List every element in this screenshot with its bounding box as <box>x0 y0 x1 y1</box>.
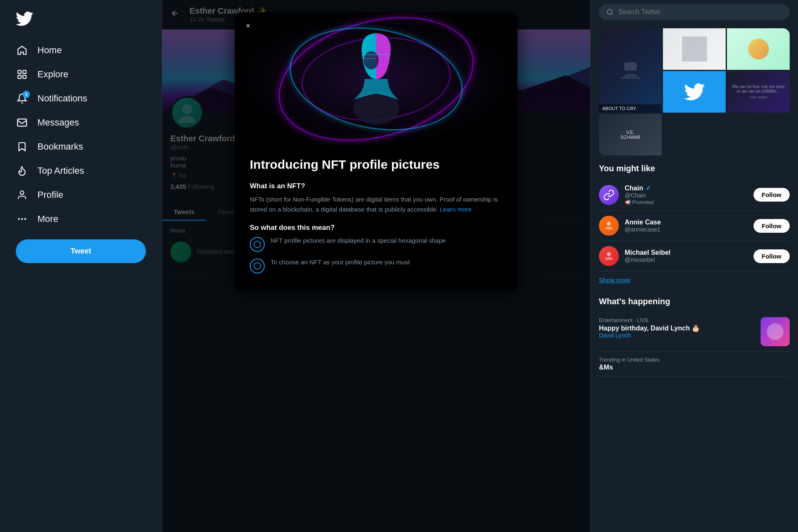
svg-rect-3 <box>23 75 26 79</box>
suggestion-annie-handle: @anniecase1 <box>625 226 748 233</box>
twitter-logo[interactable] <box>8 4 153 35</box>
sidebar-item-more[interactable]: More <box>8 207 153 231</box>
media-grid: ABOUT TO CRY We can let fear rule our li… <box>599 28 790 155</box>
whats-happening-section: What's happening Entertainment · LIVE Ha… <box>599 297 790 377</box>
follow-annie-button[interactable]: Follow <box>754 219 790 233</box>
close-modal-button[interactable]: × <box>241 18 256 33</box>
search-input[interactable] <box>618 8 782 16</box>
sidebar-item-explore[interactable]: Explore <box>8 62 153 86</box>
suggestion-annie: Annie Case @anniecase1 Follow <box>599 211 790 241</box>
suggestion-michael-avatar <box>599 246 619 266</box>
whats-happening-title: What's happening <box>599 297 790 306</box>
sidebar-item-profile[interactable]: Profile <box>8 183 153 207</box>
happening-item-2-info: Trending in United States &Ms <box>599 357 660 371</box>
show-more-link[interactable]: Show more <box>599 271 790 288</box>
sidebar-item-notifications[interactable]: 1 Notifications <box>8 86 153 111</box>
media-cell-3[interactable] <box>727 28 790 70</box>
suggestion-michael: Michael Seibel @mwseibel Follow <box>599 241 790 271</box>
modal-overlay[interactable]: × <box>162 0 590 532</box>
suggestion-annie-name: Annie Case <box>625 219 748 226</box>
follow-chain-button[interactable]: Follow <box>754 188 790 202</box>
svg-rect-2 <box>18 75 21 79</box>
explore-icon <box>16 68 28 81</box>
explore-label: Explore <box>37 69 69 80</box>
profile-label: Profile <box>37 190 63 200</box>
happening-meta-1: Entertainment · LIVE <box>599 317 700 323</box>
media-cell-5[interactable]: We can let fear rule our lives or we can… <box>727 71 790 113</box>
happening-thumb-1 <box>761 317 790 346</box>
sidebar: Home Explore 1 Notifications <box>0 0 162 532</box>
flame-icon <box>16 165 28 177</box>
happening-item-2[interactable]: Trending in United States &Ms <box>599 352 790 377</box>
nft-modal-title: Introducing NFT profile pictures <box>250 157 502 172</box>
nft-feature2-text: To choose an NFT as your profile picture… <box>271 258 410 267</box>
happening-meta-2: Trending in United States <box>599 357 660 363</box>
media-cell-2[interactable] <box>663 28 726 70</box>
nft-section1-heading: What is an NFT? <box>250 182 502 190</box>
main-content: Esther Crawford ✨ 10.7K Tweets Be bold.G… <box>162 0 590 532</box>
nft-feature-2: To choose an NFT as your profile picture… <box>250 258 502 273</box>
suggestion-annie-avatar <box>599 216 619 236</box>
svg-point-18 <box>607 222 611 226</box>
more-label: More <box>37 214 58 224</box>
chain-icon <box>603 189 615 201</box>
sidebar-item-home[interactable]: Home <box>8 38 153 62</box>
sidebar-item-bookmarks[interactable]: Bookmarks <box>8 135 153 159</box>
happening-title-2: &Ms <box>599 364 660 371</box>
search-icon <box>606 8 613 16</box>
nft-feature-1: NFT profile pictures are displayed in a … <box>250 236 502 252</box>
suggestion-michael-name: Michael Seibel <box>625 249 748 256</box>
bell-icon: 1 <box>16 92 28 105</box>
svg-point-5 <box>20 191 24 195</box>
bookmark-icon <box>16 140 28 153</box>
suggestion-michael-handle: @mwseibel <box>625 256 748 263</box>
media-overlay-1: ABOUT TO CRY <box>599 104 662 113</box>
right-sidebar: ABOUT TO CRY We can let fear rule our li… <box>590 0 798 532</box>
happening-title-1: Happy birthday, David Lynch 🎂 <box>599 324 700 332</box>
media-face-3 <box>748 39 769 59</box>
nft-modal: × <box>235 12 517 291</box>
suggestion-chain-avatar <box>599 185 619 205</box>
suggestion-chain-info: Chain ✓ @Chain 📢 Promoted <box>625 184 748 205</box>
top-articles-label: Top Articles <box>37 165 84 176</box>
nft-arrow-icon <box>250 259 265 273</box>
sidebar-item-messages[interactable]: Messages <box>8 111 153 135</box>
person-icon <box>16 189 28 201</box>
annie-avatar-icon <box>603 220 615 232</box>
nft-texture <box>235 12 517 145</box>
svg-point-16 <box>607 10 612 14</box>
svg-point-6 <box>22 219 22 219</box>
search-bar[interactable] <box>599 4 790 20</box>
follow-michael-button[interactable]: Follow <box>754 249 790 263</box>
messages-label: Messages <box>37 117 79 128</box>
suggestion-chain-name: Chain ✓ <box>625 184 748 192</box>
svg-rect-4 <box>17 119 27 126</box>
home-label: Home <box>37 45 62 56</box>
svg-rect-17 <box>624 62 637 71</box>
media-cell-4[interactable] <box>663 71 726 113</box>
happening-item-1[interactable]: Entertainment · LIVE Happy birthday, Dav… <box>599 312 790 352</box>
media-cell-6[interactable]: V.E.SCHWAB <box>599 114 662 155</box>
you-might-like-title: You might like <box>599 164 790 173</box>
nft-learn-more-link[interactable]: Learn more <box>440 206 472 213</box>
mail-icon <box>16 116 28 129</box>
notifications-label: Notifications <box>37 93 87 104</box>
nft-section2-heading: So what does this mean? <box>250 224 502 232</box>
tweet-button[interactable]: Tweet <box>16 239 146 263</box>
happening-item-1-info: Entertainment · LIVE Happy birthday, Dav… <box>599 317 700 339</box>
media-cell-1[interactable]: ABOUT TO CRY <box>599 28 662 113</box>
suggestion-chain-handle: @Chain <box>625 192 748 199</box>
notification-badge: 1 <box>22 91 30 98</box>
sidebar-item-top-articles[interactable]: Top Articles <box>8 159 153 183</box>
promoted-tag-chain: 📢 Promoted <box>625 200 748 205</box>
michael-avatar-icon <box>603 250 615 262</box>
nft-modal-body: Introducing NFT profile pictures What is… <box>235 145 517 291</box>
home-icon <box>16 44 28 57</box>
happening-link-1[interactable]: David Lynch <box>599 332 700 339</box>
svg-point-19 <box>607 252 611 256</box>
nft-modal-image: × <box>235 12 517 145</box>
suggestion-michael-info: Michael Seibel @mwseibel <box>625 249 748 263</box>
nft-section1-text: NFTs (short for Non-Fungible Tokens) are… <box>250 195 502 214</box>
suggestion-annie-info: Annie Case @anniecase1 <box>625 219 748 233</box>
svg-point-7 <box>25 219 26 219</box>
